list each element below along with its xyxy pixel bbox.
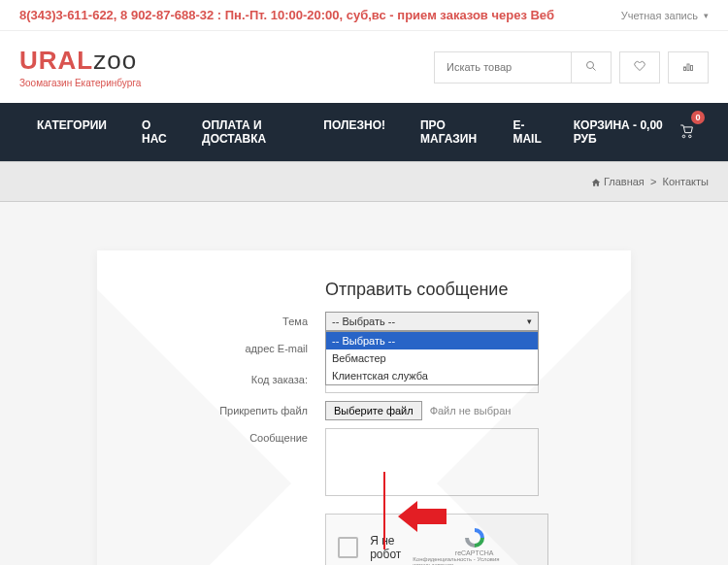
topic-option-support[interactable]: Клиентская служба [326,367,538,384]
heart-icon [634,60,645,72]
account-menu[interactable]: Учетная запись ▾ [621,10,709,21]
arrow-body [417,509,447,524]
topic-option-webmaster[interactable]: Вебмастер [326,349,538,367]
topic-dropdown: -- Выбрать -- Вебмастер Клиентская служб… [325,331,539,385]
search-input[interactable] [435,52,571,83]
search-button[interactable] [571,52,611,83]
contact-form-panel: Отправить сообщение Тема -- Выбрать -- ▾… [97,250,631,565]
cart-count-badge: 0 [691,111,705,124]
chevron-down-icon: ▾ [704,11,709,20]
topic-select[interactable]: -- Выбрать -- ▾ [325,312,539,331]
file-choose-button[interactable]: Выберите файл [325,401,422,420]
main-content: Отправить сообщение Тема -- Выбрать -- ▾… [0,202,728,565]
breadcrumb: Главная > Контакты [0,161,728,202]
captcha-label: Я не робот [370,534,401,561]
header-tools [434,51,709,83]
nav-about[interactable]: О НАС [124,103,184,161]
logo-tagline: Зоомагазин Екатеринбурга [19,78,141,88]
breadcrumb-current: Контакты [662,176,709,187]
nav-email[interactable]: E-MAIL [495,103,558,161]
compare-icon [682,60,694,72]
captcha-checkbox[interactable] [338,537,358,558]
nav-useful[interactable]: ПОЛЕЗНО! [306,103,403,161]
cart-icon [679,123,694,141]
svg-point-0 [587,61,594,68]
logo-brand-2: zoo [93,46,137,75]
cart-label: КОРЗИНА - 0,00 РУБ [574,118,672,146]
phone-hours: 8(343)3-611-622, 8 902-87-688-32 : Пн.-П… [19,8,554,22]
logo-brand-1: URAL [19,46,93,75]
logo-text: URALzoo [19,46,141,76]
topic-select-value: -- Выбрать -- [332,316,395,327]
svg-rect-4 [691,65,693,70]
account-label: Учетная запись [621,10,698,21]
arrow-head-icon [398,501,417,532]
top-bar: 8(343)3-611-622, 8 902-87-688-32 : Пн.-П… [0,0,728,31]
breadcrumb-home[interactable]: Главная [604,176,645,187]
wishlist-button[interactable] [619,51,660,83]
search-icon [585,60,597,72]
nav-links: КАТЕГОРИИ О НАС ОПЛАТА И ДОСТАВКА ПОЛЕЗН… [19,103,559,161]
annotation-line [383,472,385,549]
envelope-flap-left [97,289,291,565]
topic-option-placeholder[interactable]: -- Выбрать -- [326,332,538,349]
nav-categories[interactable]: КАТЕГОРИИ [19,103,124,161]
chevron-down-icon: ▾ [527,316,532,326]
svg-line-1 [593,67,596,70]
header: URALzoo Зоомагазин Екатеринбурга [0,31,728,103]
svg-rect-2 [684,67,686,71]
svg-rect-3 [687,64,689,71]
nav-store[interactable]: ПРО МАГАЗИН [403,103,495,161]
topic-select-wrap: -- Выбрать -- ▾ -- Выбрать -- Вебмастер … [325,312,539,331]
search-box [434,51,612,83]
annotation-arrow [398,501,447,532]
main-nav: КАТЕГОРИИ О НАС ОПЛАТА И ДОСТАВКА ПОЛЕЗН… [0,103,728,161]
nav-delivery[interactable]: ОПЛАТА И ДОСТАВКА [184,103,306,161]
home-icon [591,178,601,187]
cart-button[interactable]: КОРЗИНА - 0,00 РУБ 0 [559,103,709,161]
logo[interactable]: URALzoo Зоомагазин Екатеринбурга [19,46,141,88]
compare-button[interactable] [668,51,709,83]
